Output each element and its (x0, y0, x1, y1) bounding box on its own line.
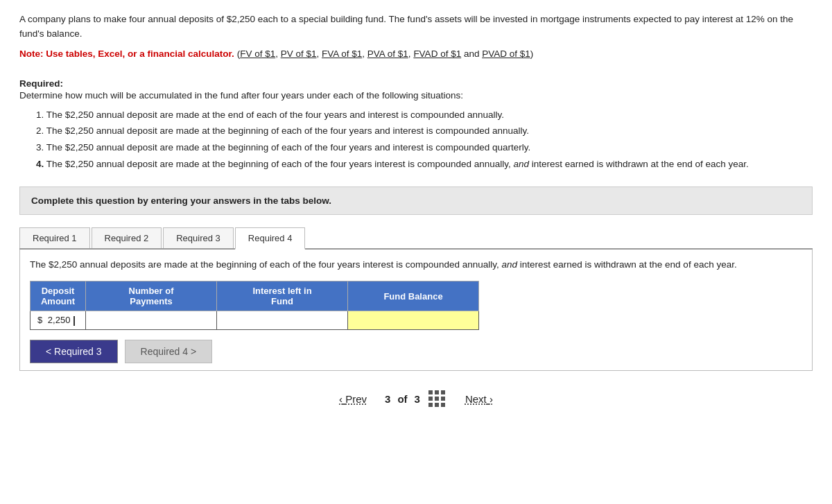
fvad-link[interactable]: FVAD of $1 (413, 49, 461, 59)
situation-2: 2. The $2,250 annual deposit are made at… (36, 123, 813, 139)
pva-link[interactable]: PVA of $1 (367, 49, 408, 59)
col-header-interest: Interest left inFund (217, 281, 348, 311)
number-payments-input[interactable] (93, 315, 209, 325)
deposit-value: 2,250 (48, 315, 71, 325)
deposit-amount-cell[interactable]: $ 2,250 (31, 311, 86, 330)
note-label: Note: Use tables, Excel, or a financial … (19, 49, 234, 59)
tab-required3[interactable]: Required 3 (163, 227, 234, 248)
next-tab-button[interactable]: Required 4 > (125, 340, 213, 363)
required-description: Determine how much will be accumulated i… (19, 90, 813, 101)
dollar-sign: $ (37, 315, 45, 325)
tabs-row: Required 1 Required 2 Required 3 Require… (19, 226, 813, 250)
prev-label: Prev (345, 393, 367, 405)
next-arrow: › (489, 393, 493, 405)
situation-3: 3. The $2,250 annual deposit are made at… (36, 140, 813, 155)
complete-box-text: Complete this question by entering your … (31, 195, 331, 206)
tab-nav-buttons: < Required 3 Required 4 > (30, 340, 802, 363)
fv-link[interactable]: FV of $1 (240, 49, 275, 59)
cursor (73, 316, 75, 326)
tab-required2[interactable]: Required 2 (92, 227, 162, 248)
interest-fund-cell[interactable] (217, 311, 348, 330)
fva-link[interactable]: FVA of $1 (322, 49, 362, 59)
pv-link[interactable]: PV of $1 (281, 49, 317, 59)
tab-required4[interactable]: Required 4 (235, 227, 306, 250)
page-of: of (397, 393, 407, 405)
situation-4: 4. The $2,250 annual deposit are made at… (36, 157, 813, 172)
page-current: 3 (385, 393, 390, 405)
intro-paragraph: A company plans to make four annual depo… (19, 12, 813, 42)
situation-1: 1. The $2,250 annual deposit are made at… (36, 107, 813, 123)
col-header-deposit: DepositAmount (31, 281, 86, 311)
interest-fund-input[interactable] (224, 315, 340, 325)
tabs-area: Required 1 Required 2 Required 3 Require… (19, 226, 813, 370)
complete-box: Complete this question by entering your … (19, 186, 813, 215)
bottom-navigation: ‹ Prev 3 of 3 Next › (19, 388, 813, 410)
pvad-link[interactable]: PVAD of $1 (482, 49, 530, 59)
prev-tab-button[interactable]: < Required 3 (30, 340, 118, 363)
col-header-balance: Fund Balance (348, 281, 479, 311)
next-button[interactable]: Next › (456, 388, 503, 410)
prev-button[interactable]: ‹ Prev (329, 388, 376, 410)
next-label: Next (465, 393, 487, 405)
fund-balance-input[interactable] (355, 315, 471, 325)
col-header-payments: Number ofPayments (86, 281, 217, 311)
prev-arrow: ‹ (339, 393, 343, 405)
page-indicator: 3 of 3 (385, 390, 447, 408)
page-total: 3 (415, 393, 420, 405)
data-table: DepositAmount Number ofPayments Interest… (30, 281, 479, 330)
tab-description: The $2,250 annual deposits are made at t… (30, 258, 802, 272)
tab-required1[interactable]: Required 1 (19, 227, 90, 248)
fund-balance-cell[interactable] (348, 311, 479, 330)
links-text: (FV of $1, PV of $1, FVA of $1, PVA of $… (237, 49, 534, 59)
number-payments-cell[interactable] (86, 311, 217, 330)
grid-icon[interactable] (428, 390, 446, 408)
table-row: $ 2,250 (31, 311, 479, 330)
required-header: Required: (19, 78, 63, 89)
tab-content: The $2,250 annual deposits are made at t… (19, 250, 813, 370)
